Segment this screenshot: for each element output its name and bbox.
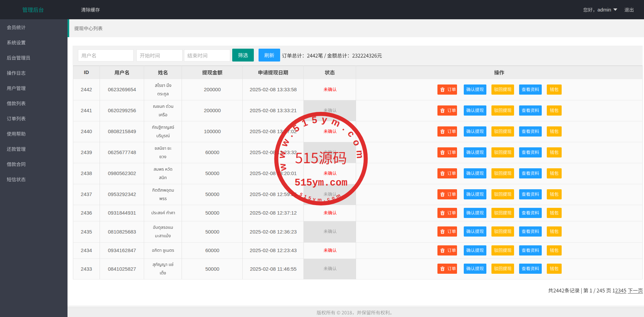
svg-text:www.515ym.com: www.515ym.com: [276, 114, 366, 172]
svg-text:515ym.com: 515ym.com: [295, 177, 348, 189]
